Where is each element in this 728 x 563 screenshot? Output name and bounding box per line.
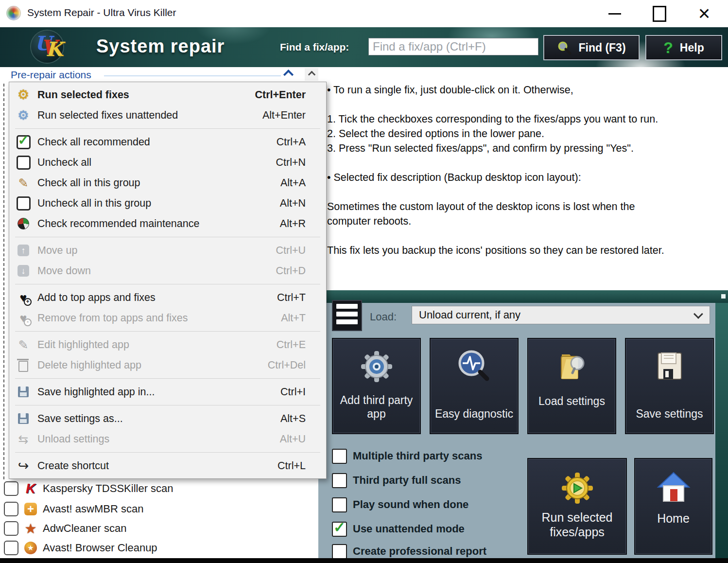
avast-aswmbr-icon: + xyxy=(22,503,39,515)
checkbox[interactable] xyxy=(332,473,347,488)
app-window: System Repair - Ultra Virus Killer × UVK… xyxy=(0,0,728,563)
option-play-sound-when-done[interactable]: Play sound when done xyxy=(332,497,468,512)
list-item[interactable]: + Avast! aswMBR scan xyxy=(0,499,143,519)
description-panel: • To run a single fix, just double-click… xyxy=(318,67,728,290)
menu-separator xyxy=(15,405,320,405)
instruction-line: 2. Select the desired options in the low… xyxy=(327,126,544,141)
menu-item-run-unattended[interactable]: ⚙ Run selected fixes unattended Alt+Ente… xyxy=(9,105,326,125)
menu-separator xyxy=(15,284,320,284)
shortcut-arrow-icon: ↪ xyxy=(18,459,29,473)
find-button-label: Find (F3) xyxy=(578,41,625,54)
menu-item-move-down: ↓ Move down Ctrl+D xyxy=(9,261,326,281)
checkbox-checked[interactable]: ✓ xyxy=(332,522,347,537)
checkbox-unchecked-icon xyxy=(17,196,31,211)
menu-item-uncheck-all[interactable]: Uncheck all Ctrl+N xyxy=(9,152,326,173)
menu-item-check-all-recommended[interactable]: ✓ Check all recommended Ctrl+A xyxy=(9,132,326,152)
pane-right-border xyxy=(715,303,728,558)
menu-button[interactable] xyxy=(332,300,362,331)
menu-item-check-all-in-group[interactable]: ✎ Check all in this group Alt+A xyxy=(9,173,326,193)
heart-plus-icon: ♥+ xyxy=(17,292,30,304)
maximize-icon xyxy=(653,6,666,22)
option-create-professional-report[interactable]: Create professional report xyxy=(332,544,486,559)
run-gear-icon xyxy=(528,470,626,507)
chevron-up-icon xyxy=(308,70,316,78)
menu-item-save-highlighted-app[interactable]: Save highlighted app in... Ctrl+I xyxy=(9,382,326,402)
globe-icon xyxy=(17,218,29,229)
menu-item-move-up: ↑ Move up Ctrl+U xyxy=(9,240,326,261)
item-checkbox[interactable] xyxy=(4,481,18,496)
option-multiple-third-party-scans[interactable]: Multiple third party scans xyxy=(332,449,483,463)
list-item-label: AdwCleaner scan xyxy=(43,522,126,535)
instruction-line: • To run a single fix, just double-click… xyxy=(327,83,573,97)
load-label: Load: xyxy=(370,311,397,323)
list-item[interactable]: K Kaspersky TDSSKiller scan xyxy=(0,479,173,498)
menu-item-save-settings-as[interactable]: Save settings as... Alt+S xyxy=(9,408,326,429)
group-header: Pre-repair actions xyxy=(11,69,91,81)
find-label: Find a fix/app: xyxy=(280,41,349,53)
checkbox[interactable] xyxy=(332,449,347,464)
close-button[interactable]: × xyxy=(688,0,720,27)
item-checkbox[interactable] xyxy=(4,541,18,555)
adwcleaner-icon: ★ xyxy=(22,521,39,537)
options-pane: Load: Unload current, if any Add third p… xyxy=(318,290,728,558)
menu-item-delete-highlighted-app: Delete highlighted app Ctrl+Del xyxy=(9,355,326,375)
kaspersky-icon: K xyxy=(22,481,39,496)
maximize-button[interactable] xyxy=(643,0,676,27)
menu-item-uncheck-all-in-group[interactable]: Uncheck all in this group Alt+N xyxy=(9,193,326,213)
button-label: Save settings xyxy=(626,407,713,421)
find-button[interactable]: Find (F3) xyxy=(543,35,640,60)
run-selected-fixes-button[interactable]: Run selected fixes/apps xyxy=(527,458,627,555)
menu-item-check-recommended-maintenance[interactable]: Check recommended maintenance Alt+R xyxy=(9,213,326,234)
list-item-label: Kaspersky TDSSKiller scan xyxy=(43,482,173,495)
bottom-border xyxy=(0,558,728,563)
menu-item-create-shortcut[interactable]: ↪ Create shortcut Ctrl+L xyxy=(9,456,326,476)
save-settings-button[interactable]: Save settings xyxy=(625,338,714,434)
checkbox[interactable] xyxy=(332,497,347,512)
load-dropdown-value: Unload current, if any xyxy=(419,309,520,321)
menu-item-run-selected-fixes[interactable]: ⚙ Run selected fixes Ctrl+Enter xyxy=(9,85,326,105)
option-use-unattended-mode[interactable]: ✓ Use unattended mode xyxy=(332,522,465,536)
minimize-button[interactable] xyxy=(599,0,631,27)
button-label: Run selected fixes/apps xyxy=(528,510,626,539)
gear-icon xyxy=(333,349,420,385)
add-third-party-app-button[interactable]: Add third party app xyxy=(332,338,421,434)
search-input[interactable] xyxy=(368,38,538,55)
home-button[interactable]: Home xyxy=(634,458,712,555)
easy-diagnostic-button[interactable]: Easy diagnostic xyxy=(430,338,519,434)
group-header-rule xyxy=(104,75,281,76)
avast-browser-cleanup-icon: ★ xyxy=(22,542,39,554)
selection-marquee xyxy=(3,84,4,479)
load-settings-button[interactable]: Load settings xyxy=(527,338,616,434)
checkbox[interactable] xyxy=(332,544,347,559)
list-item[interactable]: ★ Avast! Browser Cleanup xyxy=(0,538,157,558)
heart-minus-icon: ♥- xyxy=(17,312,30,324)
menu-item-add-to-top-apps[interactable]: ♥+ Add to top apps and fixes Ctrl+T xyxy=(9,287,326,308)
fix-description-heading: • Selected fix description (Backup deskt… xyxy=(327,170,581,185)
button-label: Home xyxy=(635,511,711,526)
fix-description-text: Sometimes the custom layout of the deskt… xyxy=(327,199,677,229)
search-icon xyxy=(557,40,572,55)
unload-refresh-icon: ⇆ xyxy=(18,433,29,445)
help-button-label: Help xyxy=(680,41,704,54)
button-label: Load settings xyxy=(528,394,615,408)
list-item[interactable]: ★ AdwCleaner scan xyxy=(0,519,126,538)
collapse-group-control[interactable] xyxy=(285,71,292,80)
load-dropdown[interactable]: Unload current, if any xyxy=(412,306,710,324)
save-icon xyxy=(18,413,29,424)
item-checkbox[interactable] xyxy=(4,502,18,516)
floppy-disk-icon xyxy=(626,349,713,385)
window-title: System Repair - Ultra Virus Killer xyxy=(27,7,176,18)
notepad-pencil-icon: ✎ xyxy=(18,177,29,189)
context-menu: ⚙ Run selected fixes Ctrl+Enter ⚙ Run se… xyxy=(9,82,327,479)
help-button[interactable]: ? Help xyxy=(645,35,722,60)
edit-icon: ✎ xyxy=(18,339,29,351)
app-icon xyxy=(7,6,20,20)
header-band: UVK System repair Find a fix/app: Find (… xyxy=(0,27,728,67)
option-third-party-full-scans[interactable]: Third party full scans xyxy=(332,473,461,488)
item-checkbox[interactable] xyxy=(4,521,18,536)
instruction-line: 1. Tick the checkboxes corresponding to … xyxy=(327,112,658,126)
check-icon: ✓ xyxy=(333,519,346,536)
scrollbar-up-button[interactable] xyxy=(305,68,319,81)
menu-separator xyxy=(15,452,320,453)
menu-separator xyxy=(15,128,320,129)
